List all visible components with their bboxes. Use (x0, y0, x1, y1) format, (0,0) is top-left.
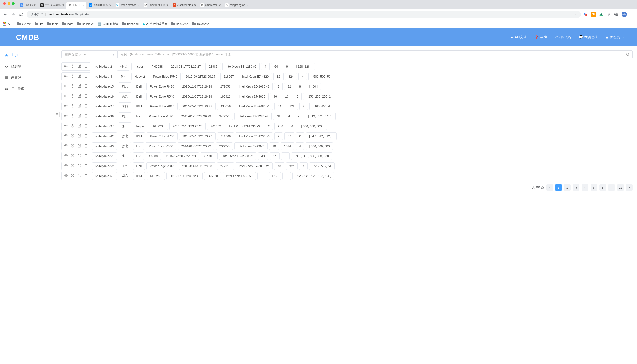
history-icon[interactable] (71, 94, 74, 98)
tab-close-icon[interactable]: × (194, 4, 196, 7)
apps-shortcut[interactable]: 应用 (3, 22, 13, 26)
browser-tab[interactable]: 🗎 CMDB × (66, 2, 87, 8)
bookmark-folder[interactable]: back-end (172, 22, 188, 26)
history-icon[interactable] (71, 174, 74, 178)
history-icon[interactable] (71, 84, 74, 88)
view-icon[interactable] (64, 114, 68, 118)
page-number-button[interactable]: 5 (590, 184, 597, 190)
page-number-button[interactable]: 21 (617, 184, 624, 190)
help-link[interactable]: ❓帮助 (534, 35, 547, 39)
delete-icon[interactable] (84, 134, 88, 138)
react-devtools-icon[interactable]: ⚛ (606, 12, 611, 16)
delete-icon[interactable] (84, 144, 88, 148)
delete-icon[interactable] (84, 164, 88, 168)
edit-icon[interactable] (78, 144, 81, 148)
api-docs-link[interactable]: 🗎API文档 (510, 35, 527, 39)
window-maximize[interactable] (12, 2, 14, 5)
google-translate-bookmark[interactable]: 🔤 Google 翻译 (98, 22, 118, 26)
window-minimize[interactable] (8, 2, 10, 5)
tab-close-icon[interactable]: × (138, 4, 139, 7)
view-icon[interactable] (64, 174, 68, 178)
history-icon[interactable] (71, 64, 74, 68)
view-icon[interactable] (64, 64, 68, 68)
history-icon[interactable] (71, 124, 74, 128)
browser-tab[interactable]: 🐦 cmdb.mmtwe × (114, 2, 142, 8)
edit-icon[interactable] (78, 164, 81, 168)
sidebar-deleted[interactable]: 已删除 (0, 61, 55, 72)
window-close[interactable] (3, 2, 6, 5)
edit-icon[interactable] (78, 134, 81, 138)
view-icon[interactable] (64, 144, 68, 148)
bookmark-folder[interactable]: front-end (122, 22, 139, 26)
forward-button[interactable] (10, 12, 16, 17)
edit-icon[interactable] (78, 104, 81, 108)
source-code-link[interactable]: </>源代码 (555, 35, 571, 39)
new-tab-button[interactable]: + (250, 2, 258, 8)
search-input[interactable]: 示例：(hostname:huawei* AND price:[20000 TO… (118, 50, 623, 58)
admin-menu[interactable]: ◉管理员▾ (606, 35, 624, 39)
page-number-button[interactable]: 3 (573, 184, 580, 190)
ext-jh-icon[interactable]: JH (591, 12, 596, 17)
diamond-bookmark[interactable]: ◆ 23.各种扫弦节奏 (143, 22, 168, 26)
view-icon[interactable] (64, 74, 68, 78)
tab-close-icon[interactable]: × (62, 4, 64, 7)
page-number-button[interactable]: ··· (608, 184, 615, 190)
page-number-button[interactable]: 2 (564, 184, 571, 190)
history-icon[interactable] (71, 104, 74, 108)
url-bar[interactable]: ⓘ 不安全 | cmdb.mmtweb.xyz/#/app/data ☆ (26, 10, 581, 18)
bookmark-folder[interactable]: life (35, 22, 43, 26)
delete-icon[interactable] (84, 174, 88, 178)
edit-icon[interactable] (78, 124, 81, 128)
view-icon[interactable] (64, 124, 68, 128)
sidebar-table-mgmt[interactable]: 表管理 (0, 72, 55, 83)
delete-icon[interactable] (84, 104, 88, 108)
history-icon[interactable] (71, 164, 74, 168)
view-icon[interactable] (64, 154, 68, 158)
page-number-button[interactable]: 4 (582, 184, 588, 190)
edit-icon[interactable] (78, 94, 81, 98)
view-icon[interactable] (64, 84, 68, 88)
delete-icon[interactable] (84, 94, 88, 98)
delete-icon[interactable] (84, 114, 88, 118)
edit-icon[interactable] (78, 154, 81, 158)
feedback-link[interactable]: 💬我要吐槽 (579, 35, 598, 39)
history-icon[interactable] (71, 134, 74, 138)
tab-close-icon[interactable]: × (110, 4, 111, 7)
delete-icon[interactable] (84, 154, 88, 158)
prev-page-button[interactable] (546, 184, 553, 190)
back-button[interactable] (3, 12, 8, 17)
profile-avatar[interactable]: 明明 (622, 12, 627, 17)
globe-icon[interactable] (614, 12, 618, 16)
search-button[interactable] (623, 50, 632, 58)
edit-icon[interactable] (78, 74, 81, 78)
edit-icon[interactable] (78, 114, 81, 118)
sidebar-user-mgmt[interactable]: 用户管理 (0, 83, 55, 95)
menu-icon[interactable]: ⋮ (630, 12, 634, 16)
edit-icon[interactable] (78, 84, 81, 88)
vue-devtools-icon[interactable] (599, 12, 604, 16)
sidebar-home[interactable]: 主 页 (0, 50, 55, 61)
view-icon[interactable] (64, 94, 68, 98)
history-icon[interactable] (71, 114, 74, 118)
history-icon[interactable] (71, 144, 74, 148)
edit-icon[interactable] (78, 64, 81, 68)
bookmark-folder[interactable]: Database (192, 22, 210, 26)
tab-close-icon[interactable]: × (219, 4, 220, 7)
browser-tab[interactable]: 🐼 es 查看所有in × (142, 1, 170, 8)
tab-close-icon[interactable]: × (34, 4, 36, 7)
browser-tab[interactable]: db CMDB × (18, 2, 38, 8)
bookmark-folder[interactable]: learn (62, 22, 74, 26)
translate-icon[interactable]: A (584, 12, 588, 16)
browser-tab[interactable]: ◔ mingmingtan × (223, 2, 250, 8)
table-select[interactable]: 选择表 默认：all ▾ (62, 50, 118, 58)
bookmark-folder[interactable]: ele.me (17, 22, 31, 26)
tab-close-icon[interactable]: × (82, 4, 84, 7)
page-number-button[interactable]: 1 (555, 184, 562, 190)
sidebar-collapse-toggle[interactable] (55, 112, 60, 117)
view-icon[interactable] (64, 164, 68, 168)
view-icon[interactable] (64, 104, 68, 108)
edit-icon[interactable] (78, 174, 81, 178)
browser-tab[interactable]: C elasticsearch × (170, 2, 198, 8)
delete-icon[interactable] (84, 64, 88, 68)
reload-button[interactable] (18, 12, 24, 17)
